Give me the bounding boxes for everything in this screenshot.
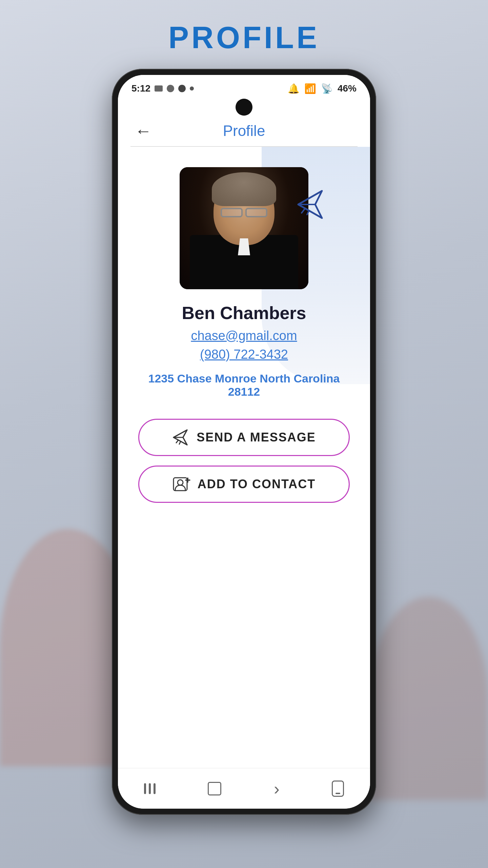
- bg-figure-right: [369, 597, 488, 800]
- svg-line-6: [176, 440, 178, 443]
- wifi-icon: 📶: [304, 83, 316, 94]
- person-glasses: [217, 208, 271, 218]
- send-message-icon: [172, 429, 190, 446]
- status-right-icons: 🔔 📶 📡 46%: [288, 83, 357, 94]
- profile-address[interactable]: 1235 Chase Monroe North Carolina 28112: [138, 372, 350, 398]
- camera-notch-area: [118, 99, 370, 116]
- status-icon-circle: [167, 85, 174, 92]
- app-header: ← Profile: [118, 116, 370, 146]
- back-nav-icon: ‹: [274, 779, 280, 798]
- battery-label: 46%: [338, 83, 357, 94]
- nav-home-button[interactable]: [201, 778, 228, 799]
- alarm-icon: 🔔: [288, 83, 300, 94]
- svg-point-9: [178, 480, 183, 485]
- profile-photo-wrapper: [180, 167, 308, 289]
- status-bar: 5:12 🔔 📶 📡 46%: [118, 75, 370, 102]
- glass-lens-right: [245, 208, 267, 217]
- add-contact-button[interactable]: ADD TO CONTACT: [138, 466, 350, 503]
- page-title: PROFILE: [168, 20, 320, 55]
- signal-icon: 📡: [321, 83, 333, 94]
- menu-icon: [144, 783, 156, 794]
- add-contact-icon: [172, 475, 191, 493]
- nav-back-button[interactable]: ‹: [267, 775, 286, 802]
- phone-shell: 5:12 🔔 📶 📡 46% ← Profile: [112, 69, 376, 815]
- camera-dot: [236, 99, 252, 116]
- nav-app-button[interactable]: [325, 777, 351, 800]
- phone-screen: 5:12 🔔 📶 📡 46% ← Profile: [118, 75, 370, 809]
- status-icon-refresh: [178, 85, 186, 92]
- profile-email[interactable]: chase@gmail.com: [191, 329, 297, 343]
- svg-line-3: [307, 211, 309, 215]
- glass-lens-left: [221, 208, 243, 217]
- nav-menu-button[interactable]: [137, 780, 162, 797]
- content-area: Ben Chambers chase@gmail.com (980) 722-3…: [118, 147, 370, 768]
- status-icon-photo: [155, 85, 163, 92]
- status-dot: [190, 86, 194, 91]
- send-message-label: SEND A MESSAGE: [197, 430, 316, 445]
- svg-line-2: [302, 209, 305, 213]
- profile-photo: [180, 167, 308, 289]
- send-icon-decoration: [295, 188, 329, 223]
- send-message-button[interactable]: SEND A MESSAGE: [138, 419, 350, 456]
- app-icon: [332, 781, 344, 797]
- nav-bar: ‹: [118, 768, 370, 809]
- profile-name: Ben Chambers: [182, 303, 306, 323]
- home-icon: [208, 782, 221, 795]
- add-contact-label: ADD TO CONTACT: [198, 477, 316, 491]
- status-time: 5:12: [131, 83, 194, 94]
- header-title: Profile: [223, 122, 265, 139]
- action-buttons: SEND A MESSAGE ADD TO CONTACT: [138, 419, 350, 503]
- svg-line-7: [179, 441, 181, 444]
- back-button[interactable]: ←: [135, 121, 152, 141]
- person-hair: [212, 172, 276, 206]
- profile-phone[interactable]: (980) 722-3432: [200, 347, 288, 362]
